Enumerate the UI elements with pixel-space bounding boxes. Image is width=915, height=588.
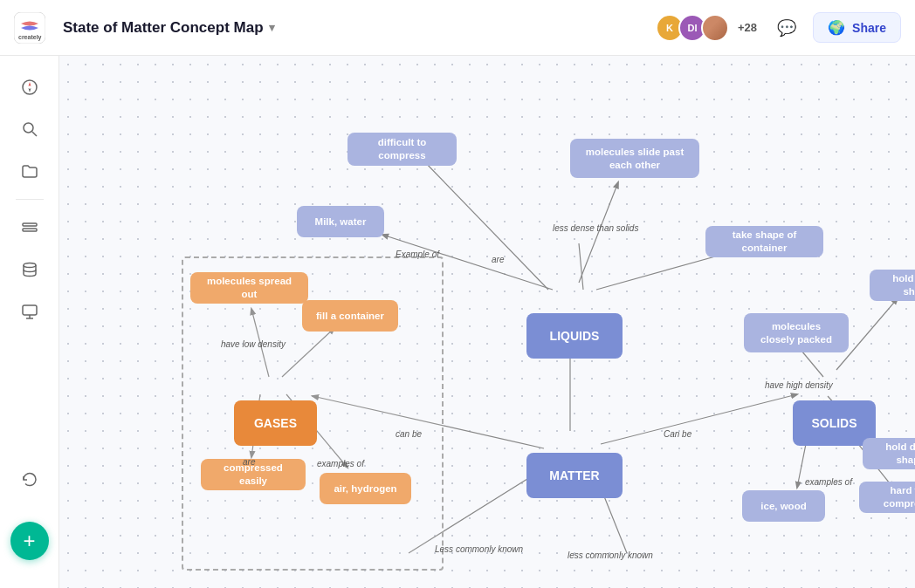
node-milk-water[interactable]: Milk, water (297, 206, 384, 237)
node-air-hydrogen[interactable]: air, hydrogen (320, 473, 411, 504)
sidebar-icon-present[interactable] (12, 294, 47, 329)
svg-marker-4 (28, 88, 31, 92)
sidebar-icon-compass[interactable] (12, 70, 47, 105)
doc-title-text: State of Matter Concept Map (63, 19, 264, 37)
sidebar-icon-folder[interactable] (12, 154, 47, 188)
edge-label-less-dense: less dense than solids (553, 223, 638, 233)
edge-label-example-of: Example of (396, 250, 439, 259)
sidebar-divider (16, 199, 44, 200)
avatar-count: +28 (738, 21, 757, 34)
avatar-photo[interactable] (701, 14, 729, 42)
comment-button[interactable]: 💬 (771, 12, 802, 44)
edge-label-can-be2: Can be (664, 429, 691, 439)
fab-add-button[interactable]: + (10, 522, 49, 560)
sidebar-icon-search[interactable] (12, 112, 47, 147)
node-ice-wood[interactable]: ice, wood (742, 490, 825, 522)
svg-line-21 (579, 243, 583, 290)
svg-line-15 (601, 394, 797, 444)
svg-rect-8 (23, 229, 37, 231)
node-hold-shape2[interactable]: hold down shape (863, 438, 915, 469)
svg-rect-7 (23, 223, 37, 226)
comment-icon: 💬 (777, 18, 796, 38)
sidebar-icon-layers[interactable] (12, 210, 47, 245)
node-molecules-spread[interactable]: molecules spread out (190, 272, 308, 304)
share-button[interactable]: 🌍 Share (813, 12, 901, 43)
svg-marker-3 (28, 82, 31, 86)
sidebar: + (0, 56, 59, 588)
node-liquids[interactable]: LIQUIDS (526, 313, 623, 359)
node-hard-compress[interactable]: hard to compress (859, 482, 915, 513)
doc-title-chevron[interactable]: ▾ (269, 21, 275, 34)
edge-label-examples-of1: examples of (317, 459, 364, 468)
avatar-group: K DI +28 (656, 14, 757, 42)
app-body: + (0, 56, 915, 588)
node-molecules-closely[interactable]: molecules closely packed (744, 313, 849, 352)
canvas[interactable]: MATTER LIQUIDS GASES SOLIDS difficult to… (59, 56, 915, 588)
edge-label-are1: are (492, 255, 504, 264)
svg-line-6 (32, 132, 37, 136)
svg-point-9 (24, 263, 36, 268)
svg-point-5 (24, 123, 33, 133)
node-take-shape[interactable]: take shape of container (705, 226, 823, 257)
node-hold-shape1[interactable]: hold down shape (870, 270, 915, 301)
node-solids[interactable]: SOLIDS (793, 400, 876, 446)
edge-label-examples-of2: examples of (805, 477, 852, 487)
fab-plus-icon: + (23, 529, 35, 553)
logo: creately (14, 12, 45, 44)
edge-label-low-density: have low density (221, 339, 286, 349)
node-gases[interactable]: GASES (234, 400, 317, 446)
edge-label-can-be1: can be (396, 429, 422, 439)
edge-label-high-density: have high density (765, 380, 833, 390)
edge-label-less-known1: Less commonly known (435, 544, 523, 554)
header: creately State of Matter Concept Map ▾ K… (0, 0, 915, 56)
node-matter[interactable]: MATTER (526, 453, 623, 498)
node-molecules-slide[interactable]: molecules slide past each other (570, 139, 699, 178)
share-label: Share (852, 21, 886, 35)
edge-label-less-known2: less commonly known (568, 550, 653, 560)
share-globe-icon: 🌍 (828, 19, 845, 36)
sidebar-icon-history[interactable] (12, 462, 47, 497)
node-fill-container[interactable]: fill a container (302, 300, 398, 332)
sidebar-icon-database[interactable] (12, 252, 47, 287)
node-difficult-compress[interactable]: difficult to compress (347, 133, 457, 166)
doc-title: State of Matter Concept Map ▾ (63, 19, 275, 37)
creately-logo: creately (14, 12, 45, 44)
svg-rect-10 (23, 305, 37, 315)
svg-text:creately: creately (18, 34, 42, 41)
edge-label-are2: are (243, 457, 255, 467)
